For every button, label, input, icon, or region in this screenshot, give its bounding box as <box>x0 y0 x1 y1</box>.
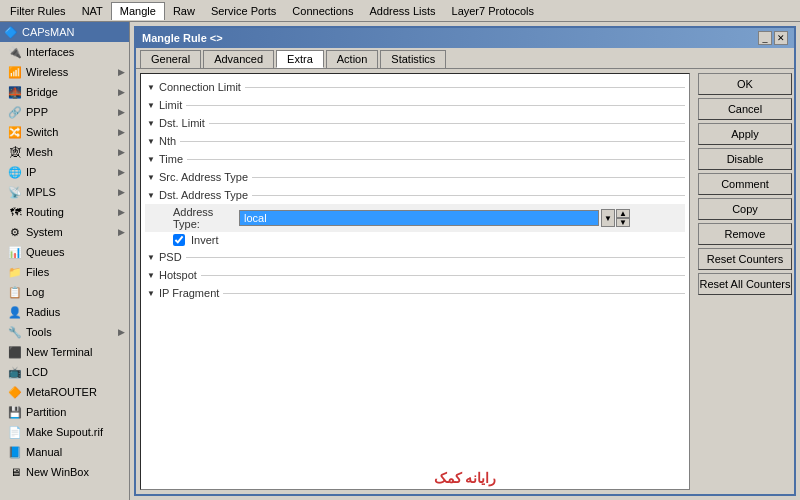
menu-address-lists[interactable]: Address Lists <box>361 3 443 19</box>
connection-limit-sep <box>245 87 685 88</box>
connection-limit-row: ▼ Connection Limit <box>145 78 685 96</box>
sidebar-header-label: CAPsMAN <box>22 26 75 38</box>
mangle-rule-window: Mangle Rule <> _ ✕ General Advanced Extr… <box>134 26 796 496</box>
psd-arrow[interactable]: ▼ <box>145 251 157 263</box>
menu-mangle[interactable]: Mangle <box>111 2 165 20</box>
sidebar-item-metarouter[interactable]: 🔶 MetaROUTER <box>0 382 129 402</box>
remove-button[interactable]: Remove <box>698 223 792 245</box>
address-type-row: Address Type: ▼ ▲ ▼ <box>145 204 685 232</box>
hotspot-label: Hotspot <box>159 269 197 281</box>
connection-limit-arrow[interactable]: ▼ <box>145 81 157 93</box>
sidebar-item-system[interactable]: ⚙ System ▶ <box>0 222 129 242</box>
menu-layer7[interactable]: Layer7 Protocols <box>444 3 543 19</box>
ip-arrow: ▶ <box>118 167 125 177</box>
sidebar-item-manual[interactable]: 📘 Manual <box>0 442 129 462</box>
sidebar-item-wireless[interactable]: 📶 Wireless ▶ <box>0 62 129 82</box>
tab-general[interactable]: General <box>140 50 201 68</box>
sidebar-item-interfaces[interactable]: 🔌 Interfaces <box>0 42 129 62</box>
sidebar-item-log[interactable]: 📋 Log <box>0 282 129 302</box>
sidebar-item-routing[interactable]: 🗺 Routing ▶ <box>0 202 129 222</box>
src-addr-type-arrow[interactable]: ▼ <box>145 171 157 183</box>
limit-arrow[interactable]: ▼ <box>145 99 157 111</box>
sidebar-header: 🔷 CAPsMAN <box>0 22 129 42</box>
log-icon: 📋 <box>8 285 22 299</box>
partition-label: Partition <box>26 406 66 418</box>
wireless-arrow: ▶ <box>118 67 125 77</box>
tab-extra[interactable]: Extra <box>276 50 324 68</box>
psd-row: ▼ PSD <box>145 248 685 266</box>
invert-checkbox[interactable] <box>173 234 185 246</box>
cancel-button[interactable]: Cancel <box>698 98 792 120</box>
hotspot-arrow[interactable]: ▼ <box>145 269 157 281</box>
copy-button[interactable]: Copy <box>698 198 792 220</box>
sidebar-item-partition[interactable]: 💾 Partition <box>0 402 129 422</box>
sidebar-item-tools[interactable]: 🔧 Tools ▶ <box>0 322 129 342</box>
winbox-label: New WinBox <box>26 466 89 478</box>
tab-statistics[interactable]: Statistics <box>380 50 446 68</box>
ip-fragment-sep <box>223 293 685 294</box>
ip-icon: 🌐 <box>8 165 22 179</box>
interfaces-label: Interfaces <box>26 46 74 58</box>
dst-addr-type-arrow[interactable]: ▼ <box>145 189 157 201</box>
sidebar-item-terminal[interactable]: ⬛ New Terminal <box>0 342 129 362</box>
dst-addr-type-sep <box>252 195 685 196</box>
mesh-label: Mesh <box>26 146 53 158</box>
minimize-button[interactable]: _ <box>758 31 772 45</box>
sidebar-item-lcd[interactable]: 📺 LCD <box>0 362 129 382</box>
window-titlebar: Mangle Rule <> _ ✕ <box>136 28 794 48</box>
invert-row: Invert <box>145 232 685 248</box>
sidebar-item-radius[interactable]: 👤 Radius <box>0 302 129 322</box>
sidebar-item-bridge[interactable]: 🌉 Bridge ▶ <box>0 82 129 102</box>
address-type-up[interactable]: ▲ <box>616 209 630 218</box>
address-type-input[interactable] <box>239 210 599 226</box>
close-button[interactable]: ✕ <box>774 31 788 45</box>
dst-addr-type-row: ▼ Dst. Address Type <box>145 186 685 204</box>
sidebar-item-mpls[interactable]: 📡 MPLS ▶ <box>0 182 129 202</box>
sidebar: 🔷 CAPsMAN 🔌 Interfaces 📶 Wireless ▶ 🌉 Br… <box>0 22 130 500</box>
switch-icon: 🔀 <box>8 125 22 139</box>
menu-connections[interactable]: Connections <box>284 3 361 19</box>
connection-limit-label: Connection Limit <box>159 81 241 93</box>
nth-arrow[interactable]: ▼ <box>145 135 157 147</box>
psd-label: PSD <box>159 251 182 263</box>
bridge-icon: 🌉 <box>8 85 22 99</box>
address-type-down[interactable]: ▼ <box>616 218 630 227</box>
sidebar-item-mesh[interactable]: 🕸 Mesh ▶ <box>0 142 129 162</box>
reset-all-counters-button[interactable]: Reset All Counters <box>698 273 792 295</box>
comment-button[interactable]: Comment <box>698 173 792 195</box>
ip-fragment-arrow[interactable]: ▼ <box>145 287 157 299</box>
src-addr-type-row: ▼ Src. Address Type <box>145 168 685 186</box>
dst-limit-arrow[interactable]: ▼ <box>145 117 157 129</box>
sidebar-item-switch[interactable]: 🔀 Switch ▶ <box>0 122 129 142</box>
src-addr-type-label: Src. Address Type <box>159 171 248 183</box>
lcd-label: LCD <box>26 366 48 378</box>
mpls-label: MPLS <box>26 186 56 198</box>
menu-nat[interactable]: NAT <box>74 3 111 19</box>
sidebar-item-queues[interactable]: 📊 Queues <box>0 242 129 262</box>
reset-counters-button[interactable]: Reset Counters <box>698 248 792 270</box>
address-type-dropdown[interactable]: ▼ <box>601 209 615 227</box>
nth-label: Nth <box>159 135 176 147</box>
sidebar-item-ppp[interactable]: 🔗 PPP ▶ <box>0 102 129 122</box>
disable-button[interactable]: Disable <box>698 148 792 170</box>
apply-button[interactable]: Apply <box>698 123 792 145</box>
time-label: Time <box>159 153 183 165</box>
tab-advanced[interactable]: Advanced <box>203 50 274 68</box>
menu-filter-rules[interactable]: Filter Rules <box>2 3 74 19</box>
sidebar-item-ip[interactable]: 🌐 IP ▶ <box>0 162 129 182</box>
ppp-icon: 🔗 <box>8 105 22 119</box>
menu-raw[interactable]: Raw <box>165 3 203 19</box>
tools-label: Tools <box>26 326 52 338</box>
sidebar-item-makesupout[interactable]: 📄 Make Supout.rif <box>0 422 129 442</box>
ok-button[interactable]: OK <box>698 73 792 95</box>
tab-action[interactable]: Action <box>326 50 379 68</box>
sidebar-item-winbox[interactable]: 🖥 New WinBox <box>0 462 129 482</box>
time-arrow[interactable]: ▼ <box>145 153 157 165</box>
ip-fragment-label: IP Fragment <box>159 287 219 299</box>
invert-label: Invert <box>191 234 219 246</box>
time-row: ▼ Time <box>145 150 685 168</box>
mpls-icon: 📡 <box>8 185 22 199</box>
sidebar-item-files[interactable]: 📁 Files <box>0 262 129 282</box>
menu-service-ports[interactable]: Service Ports <box>203 3 284 19</box>
nth-row: ▼ Nth <box>145 132 685 150</box>
